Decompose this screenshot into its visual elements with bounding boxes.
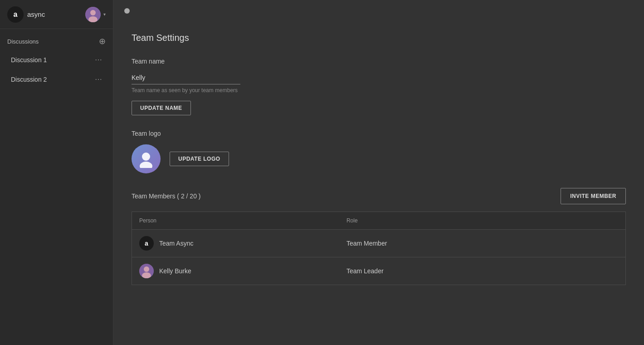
update-logo-button[interactable]: UPDATE LOGO	[170, 152, 229, 166]
sidebar: a async ▾ Discussions ⊕ Discussion 1 ⋯ D…	[0, 0, 113, 345]
team-name-section: Team name Team name as seen by your team…	[132, 58, 626, 115]
team-members-section: Team Members ( 2 / 20 ) INVITE MEMBER Pe…	[132, 188, 626, 285]
team-async-avatar: a	[139, 236, 154, 251]
main-content: Team Settings Team name Team name as see…	[113, 0, 644, 345]
team-name-hint: Team name as seen by your team members	[132, 87, 240, 94]
dropdown-arrow-icon[interactable]: ▾	[103, 12, 106, 17]
team-name-input[interactable]	[132, 72, 240, 84]
table-header: Person Role	[132, 212, 626, 230]
member-cell: Kelly Burke	[139, 264, 332, 278]
member-person-cell: Kelly Burke	[132, 257, 339, 285]
status-dot-icon	[124, 8, 130, 14]
table-body: a Team Async Team Member	[132, 230, 626, 285]
table-row: Kelly Burke Team Leader	[132, 257, 626, 285]
logo-letter: a	[14, 10, 18, 19]
team-logo-section: Team logo UPDATE LOGO	[132, 130, 626, 173]
member-person-cell: a Team Async	[132, 230, 339, 257]
sidebar-item-discussion2[interactable]: Discussion 2 ⋯	[4, 70, 109, 88]
person-placeholder-icon	[137, 150, 155, 168]
page-title: Team Settings	[132, 33, 626, 43]
member-name: Team Async	[159, 240, 193, 247]
svg-point-3	[142, 153, 150, 161]
app-logo: a	[7, 6, 24, 23]
svg-point-6	[144, 266, 149, 272]
app-name: async	[27, 10, 85, 18]
kelly-burke-avatar	[139, 264, 154, 278]
discussion1-label: Discussion 1	[11, 56, 47, 64]
table-row: a Team Async Team Member	[132, 230, 626, 257]
member-cell: a Team Async	[139, 236, 332, 251]
members-table: Person Role a Team Async Team Member	[132, 212, 626, 285]
logo-section: UPDATE LOGO	[132, 144, 626, 173]
col-role-header: Role	[339, 212, 626, 230]
svg-point-4	[140, 162, 152, 168]
discussion2-label: Discussion 2	[11, 76, 47, 83]
more-icon-discussion1[interactable]: ⋯	[95, 55, 102, 64]
avatar[interactable]	[85, 7, 101, 22]
add-discussion-icon[interactable]: ⊕	[99, 36, 106, 46]
sidebar-header: a async ▾	[0, 0, 113, 29]
top-bar	[113, 0, 644, 22]
members-title: Team Members ( 2 / 20 )	[132, 192, 201, 200]
team-logo-label: Team logo	[132, 130, 626, 137]
member-role-cell: Team Member	[339, 230, 626, 257]
member-role-cell: Team Leader	[339, 257, 626, 285]
svg-point-1	[90, 10, 96, 15]
section-title: Discussions	[7, 38, 39, 45]
sidebar-section-discussions: Discussions ⊕	[0, 29, 113, 50]
invite-member-button[interactable]: INVITE MEMBER	[561, 188, 626, 204]
col-person-header: Person	[132, 212, 339, 230]
team-name-input-wrapper: Team name as seen by your team members	[132, 72, 240, 94]
member-name: Kelly Burke	[159, 267, 191, 275]
more-icon-discussion2[interactable]: ⋯	[95, 75, 102, 84]
team-name-label: Team name	[132, 58, 626, 65]
sidebar-item-discussion1[interactable]: Discussion 1 ⋯	[4, 51, 109, 69]
team-logo-placeholder	[132, 144, 161, 173]
page-content: Team Settings Team name Team name as see…	[113, 22, 644, 310]
update-name-button[interactable]: UPDATE NAME	[132, 101, 191, 115]
members-header: Team Members ( 2 / 20 ) INVITE MEMBER	[132, 188, 626, 204]
